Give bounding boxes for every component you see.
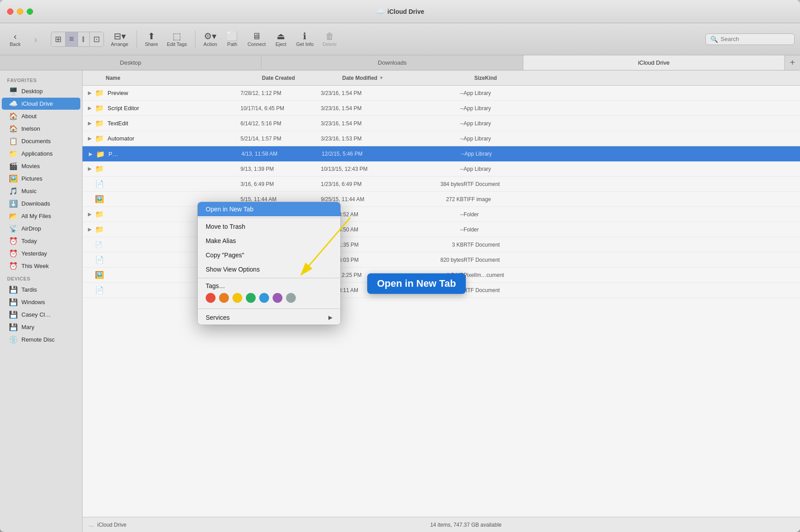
col-header-size[interactable]: Size [431,75,485,81]
forward-button[interactable]: › [26,33,46,45]
sidebar-item-desktop[interactable]: 🖥️ Desktop [2,85,80,97]
col-header-kind[interactable]: Kind [485,75,795,81]
table-row[interactable]: ▶ 📄 7/13, 3:39 PM 4/1/13, 6:03 PM 820 by… [83,252,800,268]
table-row[interactable]: ▶ 📁 P… 4/13, 11:58 AM 12/2/15, 5:46 PM -… [83,146,800,161]
search-input[interactable] [721,36,790,42]
expand-arrow-icon[interactable]: ▶ [88,90,95,96]
expand-arrow-icon[interactable]: ▶ [88,211,95,217]
sidebar-item-windows[interactable]: 💾 Windows ⏏ [2,296,80,308]
table-row[interactable]: ▶ 📁 9/15, 8:12 AM 7/9/15, 8:52 AM -- Fol… [83,207,800,222]
tag-green[interactable] [246,293,256,303]
table-row[interactable]: ▶ 📄 1/15, 5:05 PM 9/5/15, 1:35 PM 3 KB R… [83,237,800,252]
col-header-name[interactable]: Name [106,75,262,81]
path-button[interactable]: ⬜ Path [223,30,242,49]
table-row[interactable]: ▶ 📁 Preview 7/28/12, 1:12 PM 3/23/16, 1:… [83,86,800,101]
coverflow-view-button[interactable]: ⊡ [90,32,104,46]
table-row[interactable]: ▶ 🖼️ 5/15, 11:44 AM 9/25/15, 11:44 AM 27… [83,192,800,207]
eject-button[interactable]: ⏏ Eject [271,30,291,49]
connect-icon: 🖥 [252,32,261,41]
table-row[interactable]: ▶ 📄 3/16, 6:49 PM 1/23/16, 6:49 PM 384 b… [83,177,800,192]
sidebar-item-downloads[interactable]: ⬇️ Downloads [2,198,80,210]
context-menu-item-open-new-tab[interactable]: Open in New Tab [198,202,340,216]
minimize-button[interactable] [17,8,23,15]
context-menu-item-copy-pages[interactable]: Copy "Pages" [198,248,340,262]
close-button[interactable] [7,8,13,15]
context-menu-item-services[interactable]: Services ▶ [198,310,340,325]
action-button[interactable]: ⚙▾ Action [200,30,221,49]
sidebar-item-all-my-files[interactable]: 📂 All My Files [2,210,80,222]
sidebar-item-music[interactable]: 🎵 Music [2,185,80,197]
tab-icloud-drive[interactable]: iCloud Drive [523,55,785,70]
icloud-drive-icon: ☁️ [9,99,18,108]
table-row[interactable]: ▶ 📁 8/18/14, 5:02 PM 7/9/15, 8:50 AM -- … [83,222,800,237]
context-menu-item-show-view-options[interactable]: Show View Options [198,262,340,276]
status-info: 14 items, 747.37 GB available [430,522,502,528]
nav-group: ‹ Back › [5,30,46,49]
sidebar-item-mary[interactable]: 💾 Mary ⏏ [2,321,80,333]
sidebar-item-airdrop[interactable]: 📡 AirDrop [2,223,80,235]
tag-purple[interactable] [273,293,282,303]
sidebar-item-casey[interactable]: 💾 Casey Cl… ⏏ [2,309,80,321]
list-view-button[interactable]: ≡ [66,32,78,46]
arrange-button[interactable]: ⊟▾ Arrange [108,30,132,49]
yesterday-icon: ⏰ [9,249,18,258]
path-icon: ⬜ [227,32,238,41]
sidebar-item-yesterday[interactable]: ⏰ Yesterday [2,247,80,260]
context-menu-item-make-alias[interactable]: Make Alias [198,234,340,248]
expand-arrow-icon[interactable]: ▶ [88,227,95,232]
context-menu-item-move-to-trash[interactable]: Move to Trash [198,219,340,234]
finder-window: ☁️ iCloud Drive ‹ Back › ⊞ ≡ ⫿ ⊡ ⊟▾ Arra… [0,0,800,532]
icon-view-button[interactable]: ⊞ [51,32,66,46]
sidebar-item-tardis[interactable]: 💾 Tardis ⏏ [2,284,80,296]
context-menu-separator-3 [198,309,340,309]
back-button[interactable]: ‹ Back [5,30,25,49]
sidebar-item-this-week[interactable]: ⏰ This Week [2,260,80,272]
sidebar-item-remote-disc[interactable]: 💿 Remote Disc [2,334,80,346]
add-tab-button[interactable]: + [785,55,800,70]
search-bar[interactable]: 🔍 [705,33,795,45]
tab-desktop[interactable]: Desktop [0,55,261,70]
expand-arrow-icon[interactable]: ▶ [88,166,95,172]
tag-red[interactable] [206,293,216,303]
tab-downloads[interactable]: Downloads [261,55,523,70]
col-header-date-modified[interactable]: Date Modified ▼ [342,75,431,81]
sidebar-item-about[interactable]: 🏠 About [2,110,80,122]
expand-arrow-icon[interactable]: ▶ [88,136,95,141]
sidebar-item-pictures[interactable]: 🖼️ Pictures [2,173,80,185]
sidebar-item-documents[interactable]: 📋 Documents [2,135,80,147]
file-icon: 📁 [95,210,106,219]
sidebar-item-applications[interactable]: 📁 Applications [2,148,80,160]
status-icloud: ☁️ iCloud Drive [83,522,132,528]
context-menu-tags-label[interactable]: Tags… [206,282,332,289]
expand-arrow-icon[interactable]: ▶ [88,105,95,111]
delete-button[interactable]: 🗑 Delete [319,30,340,49]
tag-orange[interactable] [219,293,229,303]
expand-arrow-icon[interactable]: ▶ [88,120,95,126]
table-row[interactable]: ▶ 🖼️ 7/8/15, 2:21 PM 3/28/15, 2:25 PM 1.… [83,268,800,283]
file-list: ▶ 📁 Preview 7/28/12, 1:12 PM 3/23/16, 1:… [83,86,800,517]
tag-yellow[interactable] [232,293,242,303]
action-icon: ⚙▾ [204,32,216,41]
mary-icon: 💾 [9,323,18,331]
sidebar-item-tnelson[interactable]: 🏠 tnelson [2,123,80,135]
window-title: ☁️ iCloud Drive [376,7,424,16]
sidebar-item-movies[interactable]: 🎬 Movies [2,160,80,172]
edit-tags-icon: ⬚ [173,32,181,41]
column-view-button[interactable]: ⫿ [78,32,90,46]
table-row[interactable]: ▶ 📄 9/15, 8:11 AM 3/9/15, 8:11 AM 477 by… [83,283,800,298]
get-info-button[interactable]: ℹ Get Info [293,30,317,49]
sidebar-item-icloud-drive[interactable]: ☁️ iCloud Drive [2,98,80,110]
table-row[interactable]: ▶ 📁 Script Editor 10/17/14, 6:45 PM 3/23… [83,101,800,116]
tag-blue[interactable] [259,293,269,303]
tag-gray[interactable] [286,293,296,303]
sidebar-item-today[interactable]: ⏰ Today [2,235,80,247]
col-header-date-created[interactable]: Date Created [262,75,342,81]
table-row[interactable]: ▶ 📁 9/13, 1:39 PM 10/13/15, 12:43 PM -- … [83,161,800,177]
table-row[interactable]: ▶ 📁 Automator 5/21/14, 1:57 PM 3/23/16, … [83,131,800,146]
share-button[interactable]: ⬆ Share [141,30,162,49]
expand-arrow-icon[interactable]: ▶ [89,151,96,157]
table-row[interactable]: ▶ 📁 TextEdit 6/14/12, 5:16 PM 3/23/16, 1… [83,116,800,131]
connect-button[interactable]: 🖥 Connect [244,30,269,49]
edit-tags-button[interactable]: ⬚ Edit Tags [163,30,191,49]
maximize-button[interactable] [27,8,33,15]
